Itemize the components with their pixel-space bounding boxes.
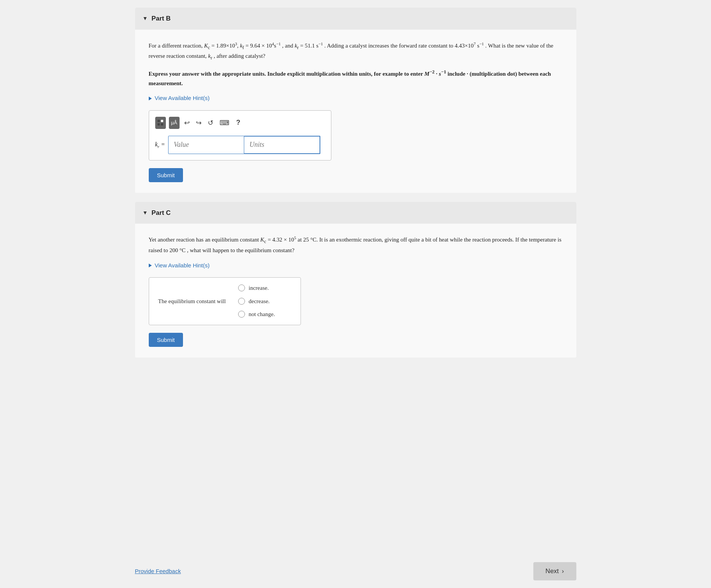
part-c-mc-box: The equilibrium constant will increase. … — [149, 277, 301, 325]
grid-template-button[interactable] — [155, 117, 166, 129]
mc-option-increase[interactable]: increase. — [238, 284, 275, 292]
units-input[interactable] — [244, 136, 320, 154]
part-b-problem-text: For a different reaction, Kc = 1.89×103,… — [149, 40, 563, 62]
next-button[interactable]: Next › — [533, 562, 576, 580]
part-b-content: For a different reaction, Kc = 1.89×103,… — [135, 30, 576, 193]
part-c-section: ▼ Part C Yet another reaction has an equ… — [135, 202, 576, 358]
radio-decrease[interactable] — [238, 298, 245, 305]
mc-option-decrease[interactable]: decrease. — [238, 297, 275, 306]
keyboard-button[interactable]: ⌨ — [218, 117, 231, 129]
mc-label: The equilibrium constant will — [158, 297, 238, 306]
next-arrow-icon: › — [562, 567, 564, 575]
part-b-collapse-arrow[interactable]: ▼ — [143, 14, 148, 22]
refresh-button[interactable]: ↺ — [206, 117, 215, 129]
radio-increase[interactable] — [238, 284, 245, 291]
part-b-hint-link[interactable]: View Available Hint(s) — [149, 94, 563, 103]
part-b-toolbar: μÅ ↩ ↪ ↺ ⌨ ? — [155, 117, 325, 130]
help-button[interactable]: ? — [234, 119, 243, 127]
part-b-input-row: kr = — [155, 136, 325, 154]
mc-row: The equilibrium constant will increase. … — [158, 284, 291, 319]
mc-option-decrease-label: decrease. — [249, 297, 270, 306]
part-c-title: Part C — [151, 208, 170, 218]
part-b-header: ▼ Part B — [135, 8, 576, 30]
mc-option-no-change-label: not change. — [249, 310, 275, 319]
page-container: ▼ Part B For a different reaction, Kc = … — [127, 0, 584, 588]
part-c-hint-arrow-icon — [149, 264, 152, 267]
radio-no-change[interactable] — [238, 311, 245, 318]
part-c-problem-text: Yet another reaction has an equilibrium … — [149, 234, 563, 255]
part-c-collapse-arrow[interactable]: ▼ — [143, 209, 148, 217]
part-b-section: ▼ Part B For a different reaction, Kc = … — [135, 8, 576, 193]
hint-arrow-icon — [149, 97, 152, 100]
mu-button[interactable]: μÅ — [169, 117, 180, 129]
part-b-title: Part B — [151, 14, 170, 24]
part-b-instructions: Express your answer with the appropriate… — [149, 68, 563, 88]
undo-button[interactable]: ↩ — [183, 117, 191, 129]
mc-options: increase. decrease. not change. — [238, 284, 275, 319]
mc-option-no-change[interactable]: not change. — [238, 310, 275, 319]
part-b-answer-box: μÅ ↩ ↪ ↺ ⌨ ? kr = — [149, 110, 331, 161]
part-b-hint-label: View Available Hint(s) — [155, 94, 210, 103]
part-c-header: ▼ Part C — [135, 202, 576, 224]
part-c-hint-link[interactable]: View Available Hint(s) — [149, 261, 563, 270]
mc-option-increase-label: increase. — [249, 284, 269, 292]
kr-equation-label: kr = — [155, 140, 165, 150]
value-input[interactable] — [168, 136, 244, 154]
part-c-submit-button[interactable]: Submit — [149, 333, 183, 347]
redo-button[interactable]: ↪ — [194, 117, 203, 129]
grid-icon — [157, 120, 164, 126]
feedback-link[interactable]: Provide Feedback — [135, 567, 181, 576]
part-b-submit-button[interactable]: Submit — [149, 168, 183, 182]
part-c-content: Yet another reaction has an equilibrium … — [135, 224, 576, 357]
part-c-hint-label: View Available Hint(s) — [155, 261, 210, 270]
footer-bar: Provide Feedback Next › — [135, 562, 576, 580]
next-label: Next — [546, 567, 559, 575]
